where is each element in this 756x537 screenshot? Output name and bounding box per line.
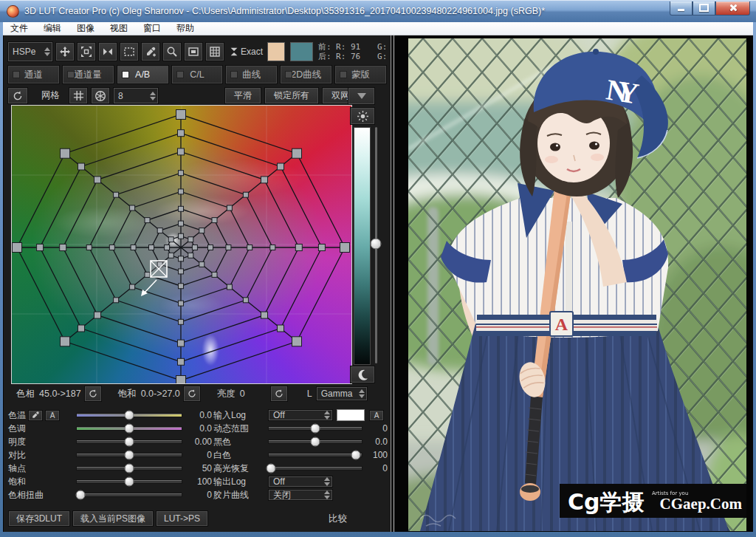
output-log-select[interactable]: Off bbox=[268, 476, 333, 488]
mesh-node[interactable] bbox=[226, 245, 231, 250]
slider-tint-handle[interactable] bbox=[125, 424, 134, 434]
mesh-node[interactable] bbox=[199, 261, 205, 267]
mesh-node[interactable] bbox=[247, 245, 252, 250]
mesh-node[interactable] bbox=[227, 284, 232, 290]
mesh-node[interactable] bbox=[131, 245, 136, 250]
white-level-track[interactable] bbox=[268, 451, 362, 459]
white-level-handle[interactable] bbox=[351, 451, 361, 460]
mesh-node[interactable] bbox=[179, 284, 184, 289]
tab-ab[interactable]: A/B bbox=[117, 65, 169, 84]
lock-all-button[interactable]: 锁定所有 bbox=[264, 87, 319, 104]
mesh-node[interactable] bbox=[270, 245, 275, 250]
mesh-node[interactable] bbox=[61, 337, 70, 346]
square-grid-mode-button[interactable] bbox=[69, 87, 88, 104]
mesh-node[interactable] bbox=[94, 312, 101, 318]
maximize-button[interactable] bbox=[693, 1, 715, 16]
black-level-handle[interactable] bbox=[311, 437, 320, 447]
color-grid-mesh[interactable] bbox=[12, 106, 351, 383]
mesh-node[interactable] bbox=[176, 110, 186, 120]
slider-saturation-handle[interactable] bbox=[125, 477, 134, 487]
menu-edit[interactable]: 编辑 bbox=[44, 22, 61, 35]
photo-illustration[interactable]: NY A bbox=[408, 38, 746, 531]
mesh-node[interactable] bbox=[145, 218, 150, 223]
highlight-recovery-track[interactable] bbox=[268, 464, 362, 473]
mesh-node[interactable] bbox=[114, 298, 119, 303]
mesh-node[interactable] bbox=[114, 192, 119, 197]
slider-pivot-track[interactable] bbox=[76, 464, 182, 473]
mesh-node[interactable] bbox=[179, 269, 184, 274]
spinner-arrows-icon[interactable] bbox=[324, 490, 330, 499]
tab-cl[interactable]: C/L bbox=[171, 65, 224, 84]
mesh-node[interactable] bbox=[179, 206, 184, 211]
mesh-node[interactable] bbox=[340, 243, 350, 253]
minimize-button[interactable] bbox=[670, 1, 693, 16]
marquee-tool-button[interactable] bbox=[120, 42, 139, 61]
lut-to-ps-button[interactable]: LUT->PS bbox=[156, 510, 208, 527]
luminance-slider[interactable] bbox=[373, 127, 379, 363]
mesh-node[interactable] bbox=[179, 256, 184, 261]
mesh-node[interactable] bbox=[261, 177, 268, 183]
darken-button[interactable] bbox=[350, 366, 375, 383]
slider-hue-twist-handle[interactable] bbox=[75, 490, 85, 500]
hue-reset-button[interactable] bbox=[84, 386, 102, 402]
slider-hue-twist-track[interactable] bbox=[76, 490, 182, 499]
highlight-recovery-handle[interactable] bbox=[266, 464, 275, 473]
mesh-node[interactable] bbox=[61, 148, 70, 158]
save-3dlut-button[interactable]: 保存3DLUT bbox=[8, 510, 70, 527]
mesh-node[interactable] bbox=[178, 358, 185, 365]
tab-channel-volume[interactable]: 通道量 bbox=[62, 65, 114, 84]
spinner-arrows-icon[interactable] bbox=[359, 389, 365, 398]
tab-channels[interactable]: 通道 bbox=[7, 65, 60, 84]
mesh-node[interactable] bbox=[165, 245, 170, 250]
mesh-node[interactable] bbox=[130, 284, 135, 290]
web-grid-mode-button[interactable] bbox=[91, 87, 110, 104]
mesh-node[interactable] bbox=[292, 148, 302, 158]
eyedropper-add-tool-button[interactable] bbox=[141, 42, 160, 61]
temperature-auto-button[interactable]: A bbox=[45, 410, 60, 421]
brighten-button[interactable] bbox=[350, 107, 375, 125]
grid-size-spinner[interactable]: 8 bbox=[113, 87, 159, 104]
mesh-node[interactable] bbox=[188, 237, 193, 242]
spinner-arrows-icon[interactable] bbox=[324, 477, 330, 486]
slider-lightness-handle[interactable] bbox=[125, 437, 134, 447]
mesh-node[interactable] bbox=[261, 312, 268, 318]
mesh-node[interactable] bbox=[109, 245, 114, 250]
slider-contrast-handle[interactable] bbox=[125, 451, 134, 460]
mesh-node[interactable] bbox=[37, 244, 44, 251]
zoom-tool-button[interactable] bbox=[162, 42, 182, 61]
mesh-node[interactable] bbox=[243, 298, 248, 303]
slider-tint-track[interactable] bbox=[76, 424, 182, 433]
mesh-node[interactable] bbox=[78, 325, 85, 332]
mesh-node[interactable] bbox=[78, 163, 85, 170]
mesh-node[interactable] bbox=[179, 221, 184, 226]
after-color-swatch[interactable] bbox=[290, 42, 313, 61]
mesh-node[interactable] bbox=[168, 253, 173, 258]
mesh-node[interactable] bbox=[227, 205, 232, 211]
mesh-node[interactable] bbox=[192, 245, 197, 250]
field-options-dropdown-button[interactable] bbox=[348, 87, 375, 105]
load-ps-image-button[interactable]: 载入当前PS图像 bbox=[72, 510, 154, 527]
mesh-node[interactable] bbox=[168, 237, 173, 242]
mesh-node[interactable] bbox=[178, 340, 185, 346]
dynamic-range-handle[interactable] bbox=[311, 424, 320, 434]
mesh-node[interactable] bbox=[243, 192, 248, 197]
input-log-color-swatch[interactable] bbox=[337, 409, 365, 421]
mesh-node[interactable] bbox=[176, 376, 186, 384]
mesh-node[interactable] bbox=[179, 171, 184, 176]
color-grid-field[interactable] bbox=[11, 105, 352, 384]
mesh-node[interactable] bbox=[212, 218, 217, 223]
mesh-node[interactable] bbox=[94, 177, 101, 183]
tab-2d-curves[interactable]: 2D曲线 bbox=[280, 65, 332, 84]
lum-reset-button[interactable] bbox=[270, 386, 288, 402]
mesh-node[interactable] bbox=[178, 130, 185, 137]
spinner-arrows-icon[interactable] bbox=[44, 47, 50, 56]
mesh-node[interactable] bbox=[178, 148, 185, 155]
mode-selector[interactable]: HSPe bbox=[7, 41, 53, 62]
input-log-auto-button[interactable]: A bbox=[369, 410, 384, 421]
mesh-node[interactable] bbox=[179, 189, 184, 194]
mesh-node[interactable] bbox=[278, 325, 284, 332]
mesh-node[interactable] bbox=[130, 205, 135, 211]
mesh-node[interactable] bbox=[199, 228, 205, 233]
mesh-reset-button[interactable] bbox=[7, 87, 28, 104]
mesh-node[interactable] bbox=[13, 243, 22, 253]
